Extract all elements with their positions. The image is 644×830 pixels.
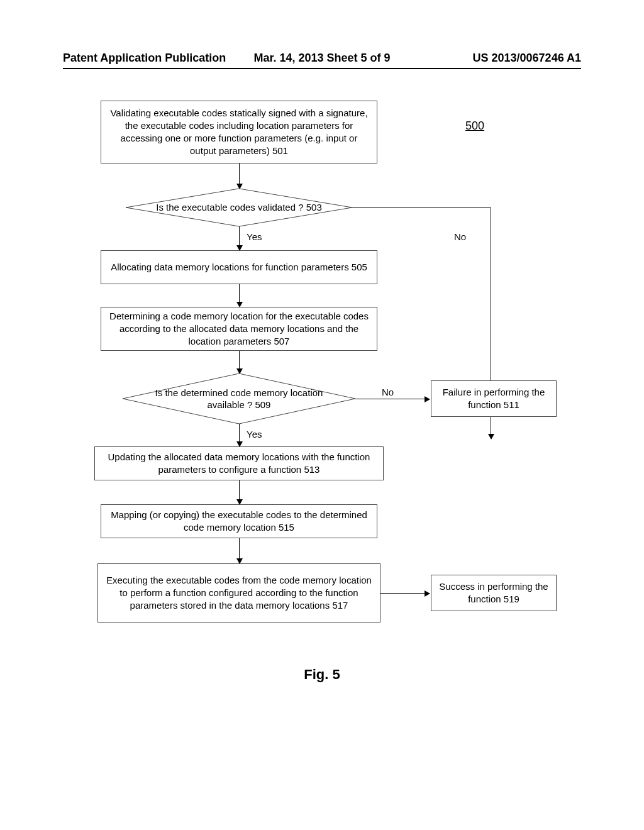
arrowhead-icon bbox=[425, 590, 430, 597]
edge bbox=[239, 424, 240, 441]
edge-label-yes: Yes bbox=[245, 231, 263, 242]
node-519: Success in performing the function 519 bbox=[431, 575, 557, 611]
node-515: Mapping (or copying) the executable code… bbox=[101, 504, 377, 538]
header-center: Mar. 14, 2013 Sheet 5 of 9 bbox=[253, 52, 390, 65]
node-511: Failure in performing the function 511 bbox=[431, 380, 557, 417]
edge bbox=[239, 538, 240, 558]
node-513: Updating the allocated data memory locat… bbox=[94, 446, 384, 480]
node-503-text: Is the executable codes validated ? 503 bbox=[131, 201, 347, 214]
node-509-text: Is the determined code memory location a… bbox=[123, 387, 355, 411]
flowchart: 500 Validating executable codes statical… bbox=[63, 94, 581, 748]
node-517: Executing the executable codes from the … bbox=[97, 563, 380, 622]
edge-label-yes: Yes bbox=[245, 429, 263, 440]
edge-label-no: No bbox=[380, 387, 395, 397]
edge bbox=[239, 163, 240, 184]
header-rule bbox=[63, 68, 581, 69]
page: Patent Application Publication Mar. 14, … bbox=[0, 0, 644, 830]
node-507: Determining a code memory location for t… bbox=[101, 307, 377, 351]
edge-label-no: No bbox=[453, 231, 467, 242]
edge bbox=[239, 284, 240, 302]
figure-ref-number: 500 bbox=[465, 119, 484, 133]
node-501: Validating executable codes statically s… bbox=[101, 101, 377, 163]
arrowhead-icon bbox=[488, 434, 494, 440]
page-header: Patent Application Publication Mar. 14, … bbox=[0, 52, 644, 65]
edge bbox=[355, 399, 425, 399]
edge bbox=[239, 351, 240, 368]
edge bbox=[239, 480, 240, 499]
edge bbox=[239, 226, 240, 245]
edge bbox=[380, 593, 425, 594]
arrowhead-icon bbox=[425, 396, 430, 402]
figure-label: Fig. 5 bbox=[304, 667, 340, 683]
edge bbox=[352, 208, 491, 208]
node-503: Is the executable codes validated ? 503 bbox=[126, 189, 352, 226]
header-left: Patent Application Publication bbox=[63, 52, 226, 65]
node-509: Is the determined code memory location a… bbox=[123, 374, 355, 424]
node-505: Allocating data memory locations for fun… bbox=[101, 250, 377, 284]
header-right: US 2013/0067246 A1 bbox=[473, 52, 581, 65]
